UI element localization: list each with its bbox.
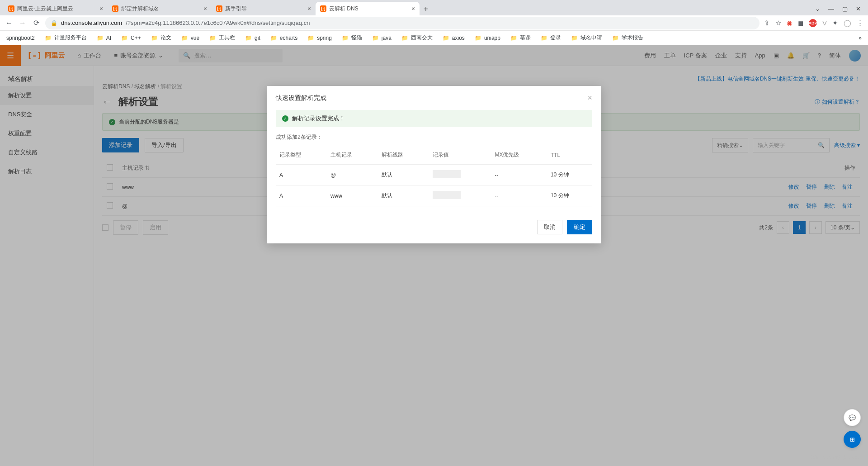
folder-icon: 📁 [209,35,216,41]
tab-2[interactable]: [-]新手引导× [212,2,316,15]
folder-icon: 📁 [541,35,547,41]
folder-icon: 📁 [245,35,252,41]
url-bar[interactable]: 🔒 dns.console.aliyun.com/?spm=a2c4g.1118… [45,17,760,29]
bookmark-item[interactable]: 📁AI [97,35,111,41]
check-icon: ✓ [282,115,288,122]
folder-icon: 📁 [151,35,158,41]
star-icon[interactable]: ☆ [775,19,781,27]
browser-tab-strip: [-]阿里云-上云就上阿里云× [-]绑定并解析域名× [-]新手引导× [-]… [0,0,868,15]
tab-1[interactable]: [-]绑定并解析域名× [108,2,212,15]
redacted-value [433,191,461,199]
folder-icon: 📁 [270,35,277,41]
tab-label: 绑定并解析域名 [121,5,159,13]
bookmark-item[interactable]: 📁vue [181,35,199,41]
folder-icon: 📁 [510,35,517,41]
folder-icon: 📁 [612,35,619,41]
ok-button[interactable]: 确定 [567,220,592,234]
modal-title: 快速设置解析完成 [276,94,326,102]
bookmark-item[interactable]: 📁论文 [151,34,171,42]
close-icon[interactable]: × [203,5,207,12]
tab-label: 新手引导 [225,5,247,13]
bookmark-bar: springboot2 📁计量服务平台 📁AI 📁C++ 📁论文 📁vue 📁工… [0,31,868,45]
bookmark-item[interactable]: 📁工具栏 [209,34,235,42]
url-path: /?spm=a2c4g.11186623.0.0.7e1c6c07A9wk0x#… [126,19,310,26]
mcol-ttl: TTL [547,146,592,165]
modal-row: A www 默认 -- 10 分钟 [276,185,592,206]
maximize-icon[interactable]: ▢ [842,5,848,12]
reload-icon[interactable]: ⟳ [32,19,41,27]
ext-circle-icon[interactable]: ◉ [787,19,793,27]
bookmark-item[interactable]: 📁git [245,35,260,41]
new-tab-button[interactable]: + [420,3,432,15]
close-icon[interactable]: × [99,5,103,12]
close-icon[interactable]: × [307,5,311,12]
chevron-down-icon[interactable]: ⌄ [815,5,820,12]
share-icon[interactable]: ⇪ [764,19,770,27]
bookmark-item[interactable]: 📁java [372,35,392,41]
modal-row: A @ 默认 -- 10 分钟 [276,165,592,185]
bookmark-item[interactable]: 📁spring [307,35,332,41]
bookmark-item[interactable]: 📁echarts [270,35,297,41]
menu-icon[interactable]: ⋮ [857,19,863,27]
url-host: dns.console.aliyun.com [61,19,122,26]
forward-icon: → [18,19,27,27]
folder-icon: 📁 [181,35,188,41]
modal-overlay: 快速设置解析完成 × ✓解析记录设置完成！ 成功添加2条记录： 记录类型 主机记… [0,45,868,466]
bookmark-item[interactable]: 📁西南交大 [401,34,433,42]
close-icon[interactable]: × [411,5,415,12]
bookmark-item[interactable]: 📁uniapp [475,35,500,41]
tab-0[interactable]: [-]阿里云-上云就上阿里云× [4,2,108,15]
adblock-icon[interactable]: ABP [809,19,817,27]
folder-icon: 📁 [475,35,481,41]
mcol-mx: MX优先级 [491,146,547,165]
ext-v-icon[interactable]: V [822,19,827,27]
feedback-icon[interactable]: 💬 [844,409,861,426]
bookmark-item[interactable]: springboot2 [6,35,35,41]
folder-icon: 📁 [571,35,578,41]
quick-setup-modal: 快速设置解析完成 × ✓解析记录设置完成！ 成功添加2条记录： 记录类型 主机记… [267,86,601,243]
bookmark-item[interactable]: 📁学术报告 [612,34,643,42]
profile-icon[interactable]: ◯ [844,19,851,27]
tab-label: 云解析 DNS [329,5,359,13]
bookmark-overflow-icon[interactable]: » [859,35,862,41]
mcol-line: 解析线路 [378,146,429,165]
folder-icon: 📁 [401,35,408,41]
close-icon[interactable]: × [587,93,592,103]
bookmark-item[interactable]: 📁axios [443,35,465,41]
bookmark-item[interactable]: 📁怪猫 [342,34,362,42]
bookmark-item[interactable]: 📁登录 [541,34,561,42]
window-close-icon[interactable]: ✕ [856,5,861,12]
folder-icon: 📁 [372,35,379,41]
address-bar-row: ← → ⟳ 🔒 dns.console.aliyun.com/?spm=a2c4… [0,15,868,31]
tab-label: 阿里云-上云就上阿里云 [17,5,73,13]
folder-icon: 📁 [45,35,52,41]
modal-note: 成功添加2条记录： [276,133,592,141]
folder-icon: 📁 [307,35,314,41]
success-message: ✓解析记录设置完成！ [276,110,592,127]
apps-icon[interactable]: ⊞ [844,431,861,448]
ext-square-icon[interactable]: ◼ [798,19,803,27]
lock-icon: 🔒 [51,20,57,26]
folder-icon: 📁 [97,35,104,41]
extensions-icon[interactable]: ✦ [832,19,838,27]
modal-records-table: 记录类型 主机记录 解析线路 记录值 MX优先级 TTL A @ 默认 [276,146,592,206]
mcol-type: 记录类型 [276,146,327,165]
mcol-host: 主机记录 [327,146,378,165]
folder-icon: 📁 [121,35,128,41]
minimize-icon[interactable]: — [828,5,834,12]
back-icon[interactable]: ← [5,19,14,27]
cancel-button[interactable]: 取消 [537,220,562,234]
bookmark-item[interactable]: 📁域名申请 [571,34,602,42]
folder-icon: 📁 [342,35,349,41]
bookmark-item[interactable]: 📁计量服务平台 [45,34,87,42]
bookmark-item[interactable]: 📁C++ [121,35,141,41]
redacted-value [433,170,461,178]
folder-icon: 📁 [443,35,449,41]
mcol-value: 记录值 [429,146,491,165]
bookmark-item[interactable]: 📁慕课 [510,34,531,42]
tab-3[interactable]: [-]云解析 DNS× [316,2,420,15]
watermark: CSDN @欧尼酱owo [810,454,859,461]
